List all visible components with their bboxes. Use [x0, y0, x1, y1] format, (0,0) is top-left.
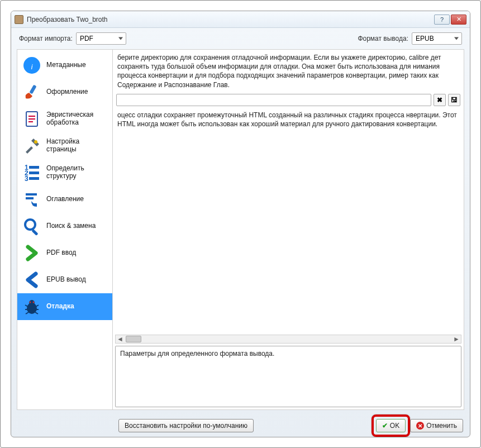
sidebar-item-label: Оформление — [46, 88, 88, 96]
list-numbered-icon: 123 — [22, 163, 42, 183]
output-format-label: Формат вывода: — [358, 35, 408, 42]
svg-rect-11 — [26, 193, 37, 196]
sidebar-item-look[interactable]: Оформление — [17, 79, 112, 106]
restore-defaults-button[interactable]: Восстановить настройки по-умолчанию — [118, 419, 254, 432]
sidebar-item-label: Определить структуру — [46, 165, 108, 180]
sidebar-item-label: Настройка страницы — [46, 138, 108, 154]
svg-rect-2 — [29, 85, 36, 94]
window-title: Преобразовать Two_broth — [27, 16, 434, 23]
import-format-label: Формат импорта: — [19, 35, 73, 42]
debug-description-1: берите директорию для сохранения отладоч… — [115, 52, 461, 94]
sidebar-item-label: Метаданные — [46, 61, 86, 69]
sidebar-item-label: PDF ввод — [46, 249, 76, 257]
scroll-right-icon[interactable]: ► — [452, 335, 461, 343]
tools-icon — [22, 136, 42, 156]
svg-rect-10 — [29, 177, 39, 180]
sidebar-item-heuristic[interactable]: Эвристическая обработка — [17, 106, 112, 132]
sidebar: i Метаданные Оформление Эвристическая об… — [17, 49, 113, 410]
sidebar-item-label: Эвристическая обработка — [46, 111, 108, 127]
sidebar-item-toc[interactable]: Оглавление — [17, 186, 112, 213]
sidebar-item-metadata[interactable]: i Метаданные — [17, 52, 112, 79]
sidebar-item-label: Поиск & замена — [46, 222, 96, 230]
horizontal-scrollbar[interactable]: ◄ ► — [115, 335, 461, 344]
scroll-left-icon[interactable]: ◄ — [116, 335, 125, 343]
toc-icon — [22, 189, 42, 209]
app-icon — [15, 15, 23, 24]
svg-rect-12 — [26, 197, 34, 199]
scroll-thumb[interactable] — [126, 336, 141, 342]
button-row: Восстановить настройки по-умолчанию ✔OK … — [11, 414, 470, 437]
svg-point-4 — [34, 140, 37, 144]
titlebar: Преобразовать Two_broth ? ✕ — [11, 11, 470, 28]
import-format-value: PDF — [80, 35, 93, 42]
chevron-left-icon — [22, 270, 42, 290]
main-panel: берите директорию для сохранения отладоч… — [113, 49, 464, 410]
sidebar-item-search[interactable]: Поиск & замена — [17, 213, 112, 240]
import-format-combo[interactable]: PDF — [76, 32, 126, 45]
check-icon: ✔ — [382, 422, 388, 430]
output-format-combo[interactable]: EPUB — [412, 32, 462, 45]
svg-point-18 — [33, 302, 35, 303]
sidebar-item-structure[interactable]: 123 Определить структуру — [17, 159, 112, 186]
svg-rect-8 — [29, 171, 39, 174]
info-icon: i — [22, 55, 42, 75]
help-button[interactable]: ? — [434, 15, 450, 25]
output-format-value: EPUB — [416, 35, 434, 42]
sidebar-item-debug[interactable]: Отладка — [17, 293, 112, 320]
chevron-right-icon — [22, 243, 42, 263]
debug-directory-input[interactable] — [116, 94, 431, 106]
sidebar-item-epubout[interactable]: EPUB вывод — [17, 266, 112, 293]
sidebar-item-pdfin[interactable]: PDF ввод — [17, 240, 112, 266]
search-icon — [22, 216, 42, 236]
close-button[interactable]: ✕ — [451, 15, 466, 25]
debug-description-2: оцесс отладки сохраняет промежуточный HT… — [115, 106, 461, 131]
brush-icon — [22, 82, 42, 102]
svg-point-13 — [25, 220, 35, 230]
browse-path-button[interactable]: 🖫 — [448, 94, 460, 106]
sidebar-item-label: EPUB вывод — [46, 276, 86, 284]
sidebar-item-page[interactable]: Настройка страницы — [17, 132, 112, 159]
bug-icon — [22, 297, 42, 317]
format-row: Формат импорта: PDF Формат вывода: EPUB — [11, 28, 470, 49]
cancel-button[interactable]: ✕Отменить — [410, 419, 463, 432]
output-format-hint: Параметры для определенного формата выво… — [115, 346, 461, 407]
sidebar-item-label: Оглавление — [46, 196, 84, 203]
cancel-icon: ✕ — [416, 422, 424, 430]
svg-rect-6 — [29, 166, 39, 169]
clear-path-button[interactable]: ✖ — [434, 94, 446, 106]
svg-point-17 — [30, 302, 31, 303]
ok-button[interactable]: ✔OK — [376, 419, 406, 432]
sidebar-item-label: Отладка — [46, 303, 74, 311]
document-icon — [22, 109, 42, 129]
svg-text:i: i — [31, 63, 33, 71]
svg-text:3: 3 — [25, 175, 28, 182]
clear-icon: ✖ — [437, 96, 442, 104]
folder-open-icon: 🖫 — [451, 96, 458, 104]
svg-rect-14 — [31, 229, 38, 236]
